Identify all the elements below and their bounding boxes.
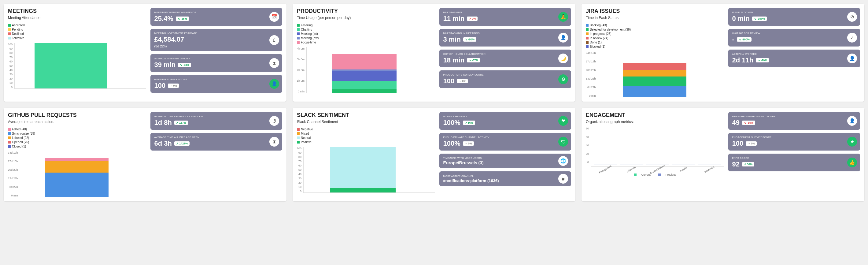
- kpi-eng-survey[interactable]: ENGAGEMENT SURVEY SCORE1000%★: [728, 133, 860, 151]
- slack-chart: 1009080706050403020100: [297, 147, 435, 193]
- person-plus-icon: 👤: [847, 116, 857, 126]
- card-subtitle: Time Usage (per person per day): [297, 16, 435, 20]
- card-title: PRODUCTIVITY: [297, 8, 435, 14]
- kpi-multitask[interactable]: MULTITASKING11 min9%🧘: [439, 8, 571, 26]
- legend: Edited (48) Synchronize (39) Labeled (22…: [8, 127, 146, 148]
- pound-icon: £: [269, 35, 279, 45]
- hourglass-icon: ⧗: [269, 137, 279, 147]
- kpi-ooh[interactable]: OUT OF HOURS COLLABORATION18 min-67%🌙: [439, 50, 571, 67]
- kpi-waiting[interactable]: WAITING FOR REVIEW--100%✓: [728, 29, 860, 47]
- star-icon: ★: [847, 137, 857, 147]
- kpi-public-private[interactable]: PUBLIC/PRIVATE CHANNEL ACTIVITY100%0%🛡: [439, 133, 571, 151]
- card-title: MEETINGS: [8, 8, 146, 14]
- person-icon: 👤: [269, 79, 279, 89]
- kpi-active-worked[interactable]: ACTIVELY WORKED2d 11h-29%👤: [728, 50, 860, 67]
- jira-chart: 34d 17h27d 18h20d 20h13d 21h6d 22h0 min: [586, 51, 724, 97]
- card-subtitle: Organizational graph metrics:: [586, 120, 724, 124]
- slack-card: SLACK SENTIMENT Slack Channel Sentiment …: [292, 108, 576, 201]
- kpi-investment[interactable]: MEETING INVESTMENT ESTIMATE£4,584.07(3d …: [150, 29, 282, 51]
- card-title: GITHUB PULL REQUESTS: [8, 112, 146, 118]
- kpi-all-pr[interactable]: AVERAGE TIME ALL PR'S ARE OPEN6d 3h1427%…: [150, 133, 282, 151]
- kpi-timezone[interactable]: TIMEZONE WITH MOST USERSEurope/Brussels …: [439, 154, 571, 168]
- card-subtitle: Average time at each action.: [8, 120, 146, 124]
- engagement-card: ENGAGEMENT Organizational graph metrics:…: [582, 108, 864, 201]
- globe-icon: 🌐: [558, 156, 568, 166]
- kpi-avg-length[interactable]: AVERAGE MEETING LENGTH39 min-33%⧗: [150, 54, 282, 72]
- hash-icon: #: [558, 174, 568, 184]
- thumbs-up-icon: 👍: [847, 157, 857, 167]
- person-x-icon: 👤: [558, 33, 568, 42]
- kpi-prod-survey[interactable]: PRODUCTIVITY SURVEY SCORE1000%⚙: [439, 70, 571, 88]
- legend: Emailing Chatting Meeting (int) Meeting …: [297, 24, 435, 44]
- jira-card: JIRA ISSUES Time in Each Status Backlog …: [582, 4, 864, 101]
- hourglass-icon: ⧗: [269, 58, 279, 68]
- meditate-icon: 🧘: [558, 12, 568, 22]
- kpi-active-channel[interactable]: MOST ACTIVE CHANNEL#notifications-platfo…: [439, 171, 571, 186]
- card-title: ENGAGEMENT: [586, 112, 724, 118]
- stopwatch-icon: ⏱: [269, 116, 279, 126]
- kpi-blocked[interactable]: ISSUE BLOCKED0 min-100%⊘: [728, 8, 860, 26]
- card-subtitle: Meeting Attendance: [8, 16, 146, 20]
- kpi-first-pr[interactable]: AVERAGE TIME OF FIRST PR'S ACTION1d 8h15…: [150, 112, 282, 130]
- meetings-card: MEETINGS Meeting Attendance Accepted Pen…: [4, 4, 286, 101]
- meetings-chart: 1009080706050403020100: [8, 43, 146, 89]
- check-icon: ✓: [847, 33, 857, 42]
- kpi-no-agenda[interactable]: MEETINGS WITHOUT AN AGENDA25.4%-25%📅: [150, 8, 282, 26]
- kpi-survey[interactable]: MEETING SURVEY SCORE1000%👤: [150, 75, 282, 93]
- moon-icon: 🌙: [558, 54, 568, 63]
- person-icon: 👤: [847, 54, 857, 63]
- productivity-chart: 4h 0m3h 0m2h 0m1h 0m0 min: [297, 47, 435, 93]
- gears-icon: ⚙: [558, 75, 568, 84]
- legend: Negative Mixed Neutral Positive: [297, 127, 435, 144]
- card-title: JIRA ISSUES: [586, 8, 724, 14]
- calendar-icon: 📅: [269, 12, 279, 22]
- kpi-active-channels[interactable]: ACTIVE CHANNELS100%16%❤: [439, 112, 571, 130]
- kpi-multitask-meetings[interactable]: MULTITASKING IN MEETINGS3 min-50%👤: [439, 29, 571, 47]
- legend: Backlog (43) Selected for development (3…: [586, 24, 724, 48]
- productivity-card: PRODUCTIVITY Time Usage (per person per …: [292, 4, 576, 101]
- github-chart: 34d 17h27d 18h20d 20h13d 21h8d 22h0 min: [8, 151, 146, 197]
- heart-icon: ❤: [558, 116, 568, 126]
- github-card: GITHUB PULL REQUESTS Average time at eac…: [4, 108, 286, 201]
- legend: Accepted Pending Declined Tentative: [8, 24, 146, 40]
- card-subtitle: Slack Channel Sentiment: [297, 120, 435, 124]
- card-subtitle: Time in Each Status: [586, 16, 724, 20]
- kpi-enps[interactable]: ENPS SCORE9238%👍: [728, 154, 860, 171]
- kpi-measured[interactable]: MEASURED ENGAGEMENT SCORE49-15%👤: [728, 112, 860, 130]
- card-title: SLACK SENTIMENT: [297, 112, 435, 118]
- engagement-chart: [591, 130, 724, 167]
- shield-icon: 🛡: [558, 137, 568, 147]
- dashboard-grid: MEETINGS Meeting Attendance Accepted Pen…: [4, 4, 864, 201]
- block-icon: ⊘: [847, 12, 857, 22]
